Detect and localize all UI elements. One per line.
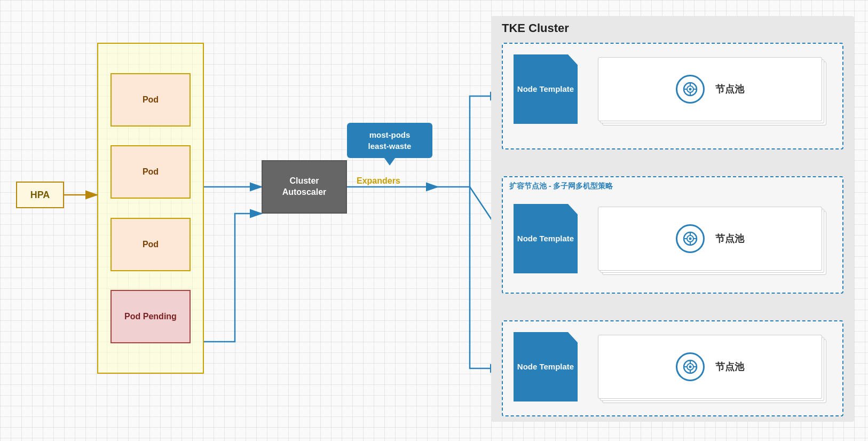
expanders-label: Expanders bbox=[357, 176, 400, 186]
node-group-1: 节点池 Node Template bbox=[502, 43, 843, 149]
node-template-3: Node Template bbox=[514, 332, 578, 401]
pod-pending-box: Pod Pending bbox=[111, 290, 191, 343]
svg-point-13 bbox=[689, 238, 692, 240]
pod-box-1: Pod bbox=[111, 73, 191, 127]
tke-icon-2 bbox=[676, 224, 705, 253]
pool-label-1: 节点池 bbox=[715, 83, 744, 96]
node-pool-card-2: 节点池 bbox=[598, 207, 822, 271]
node-group-3: 节点池 Node Template bbox=[502, 320, 843, 416]
pods-container: Pod Pod Pod Pod Pending bbox=[97, 43, 204, 374]
pool-label-2: 节点池 bbox=[715, 232, 744, 245]
expanders-bubble: most-pods least-waste bbox=[347, 123, 432, 158]
ca-label: ClusterAutoscaler bbox=[282, 176, 327, 198]
svg-point-6 bbox=[689, 88, 692, 91]
node-group-2: 扩容节点池 - 多子网多机型策略 节点池 Node Template bbox=[502, 176, 843, 294]
expanders-line2: least-waste bbox=[368, 141, 412, 151]
pod-box-2: Pod bbox=[111, 145, 191, 199]
node-pool-card-3: 节点池 bbox=[598, 335, 822, 399]
tke-cluster-title: TKE Cluster bbox=[502, 21, 569, 35]
canvas: HPA Pod Pod Pod Pod Pending ClusterAutos… bbox=[0, 0, 868, 441]
pool-label-3: 节点池 bbox=[715, 360, 744, 373]
pod-box-3: Pod bbox=[111, 218, 191, 271]
node-template-2: Node Template bbox=[514, 204, 578, 273]
expanders-line1: most-pods bbox=[369, 130, 411, 139]
hpa-box: HPA bbox=[16, 182, 64, 208]
node-pool-card-1: 节点池 bbox=[598, 57, 822, 121]
hpa-label: HPA bbox=[30, 190, 50, 201]
node-group-2-label: 扩容节点池 - 多子网多机型策略 bbox=[509, 182, 613, 191]
cluster-autoscaler-box: ClusterAutoscaler bbox=[262, 160, 347, 214]
node-template-1: Node Template bbox=[514, 54, 578, 124]
tke-icon-1 bbox=[676, 75, 705, 104]
tke-icon-3 bbox=[676, 352, 705, 381]
svg-point-20 bbox=[689, 366, 692, 368]
